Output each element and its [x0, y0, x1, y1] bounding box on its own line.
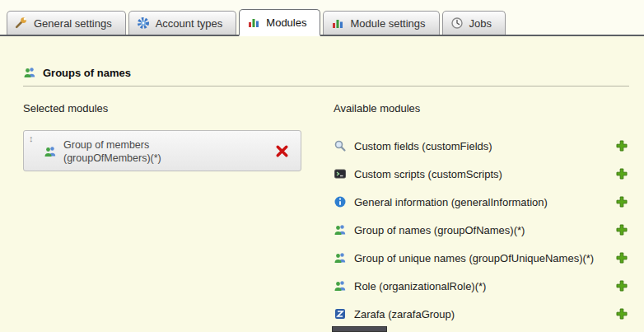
delete-icon[interactable] — [275, 144, 289, 158]
list-item: Group of names (groupOfNames)(*) — [334, 216, 628, 244]
plus-icon[interactable] — [615, 195, 628, 208]
tab-module-settings[interactable]: Module settings — [323, 11, 439, 35]
module-label: Custom fields (customFields) — [354, 140, 492, 152]
clock-icon — [450, 16, 464, 30]
wrench-icon — [15, 16, 28, 30]
selected-module-name: Group of members — [63, 138, 161, 152]
plus-icon[interactable] — [615, 307, 628, 320]
list-item: Custom scripts (customScripts) — [334, 160, 628, 188]
module-label: Zarafa (zarafaGroup) — [354, 308, 455, 320]
section-title: Groups of names — [43, 67, 131, 79]
tab-general-settings[interactable]: General settings — [7, 11, 126, 35]
list-item: Custom fields (customFields) — [334, 132, 628, 160]
tab-modules[interactable]: Modules — [239, 9, 320, 36]
tab-label: Modules — [266, 16, 306, 29]
info-icon — [334, 195, 347, 208]
module-label: Role (organizationalRole)(*) — [354, 280, 486, 292]
group-icon — [334, 223, 347, 236]
list-item: Group of unique names (groupOfUniqueName… — [334, 244, 628, 272]
module-label: Group of unique names (groupOfUniqueName… — [354, 252, 594, 264]
gear-icon — [137, 16, 150, 30]
selected-module-label: Group of members (groupOfMembers)(*) — [63, 138, 161, 165]
available-modules-list: Custom fields (customFields) Custom scri… — [334, 132, 628, 328]
chart-icon — [247, 16, 260, 29]
plus-icon[interactable] — [615, 139, 628, 152]
plus-icon[interactable] — [615, 223, 628, 236]
selected-modules-heading: Selected modules — [23, 102, 108, 115]
list-item: Role (organizationalRole)(*) — [334, 272, 628, 300]
tab-strip: General settings Account types Modules M… — [0, 0, 644, 36]
module-label: Custom scripts (customScripts) — [354, 168, 502, 180]
available-modules-heading: Available modules — [334, 102, 420, 115]
plus-icon[interactable] — [615, 251, 628, 264]
magnifier-icon — [334, 139, 347, 152]
group-icon — [23, 66, 36, 79]
tab-account-types[interactable]: Account types — [128, 11, 237, 35]
list-item: Zarafa (zarafaGroup) — [334, 300, 628, 328]
module-label: General information (generalInformation) — [354, 196, 548, 208]
tab-label: Account types — [156, 17, 223, 30]
group-icon — [44, 145, 57, 158]
list-item: General information (generalInformation) — [334, 188, 628, 216]
tab-label: Jobs — [469, 17, 492, 30]
drag-handle-icon[interactable]: ↕ — [29, 133, 34, 144]
plus-icon[interactable] — [615, 167, 628, 180]
section-divider — [23, 86, 629, 87]
selected-module-id: (groupOfMembers)(*) — [63, 152, 161, 165]
script-icon — [334, 167, 347, 180]
plus-icon[interactable] — [615, 279, 628, 292]
tab-jobs[interactable]: Jobs — [442, 11, 506, 35]
zarafa-icon — [334, 307, 347, 320]
chart-icon — [331, 16, 344, 30]
partial-element — [332, 326, 387, 332]
tab-label: Module settings — [350, 17, 425, 30]
tab-label: General settings — [34, 17, 112, 30]
group-icon — [334, 251, 347, 264]
selected-module-item: ↕ Group of members (groupOfMembers)(*) — [23, 130, 301, 171]
section-header: Groups of names — [23, 66, 131, 79]
group-icon — [334, 279, 347, 292]
module-label: Group of names (groupOfNames)(*) — [354, 224, 525, 236]
tab-bar: General settings Account types Modules M… — [7, 9, 506, 35]
